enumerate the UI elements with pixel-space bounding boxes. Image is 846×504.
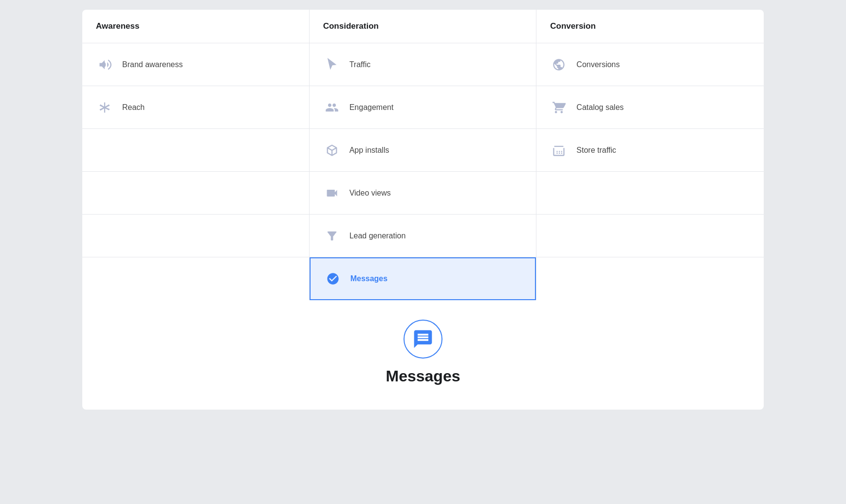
awareness-header: Awareness: [82, 10, 310, 43]
awareness-empty-4: [82, 257, 309, 300]
conversion-empty-2: [536, 215, 764, 257]
traffic-item[interactable]: Traffic: [310, 43, 536, 86]
selected-objective-title: Messages: [386, 367, 460, 385]
cursor-icon: [323, 56, 341, 73]
awareness-column: Brand awareness Reach: [82, 43, 310, 300]
brand-awareness-label: Brand awareness: [122, 60, 183, 69]
check-circle-icon: [324, 270, 342, 288]
lead-generation-item[interactable]: Lead generation: [310, 215, 536, 257]
awareness-empty-3: [82, 215, 309, 257]
catalog-sales-label: Catalog sales: [576, 103, 624, 112]
video-views-label: Video views: [349, 189, 391, 198]
people-icon: [323, 99, 341, 116]
engagement-label: Engagement: [349, 103, 394, 112]
asterisk-icon: [96, 99, 113, 116]
reach-label: Reach: [122, 103, 145, 112]
conversion-empty-3: [536, 257, 764, 300]
store-icon: [550, 142, 568, 159]
awareness-empty-1: [82, 129, 309, 172]
conversions-label: Conversions: [576, 60, 620, 69]
awareness-empty-2: [82, 172, 309, 215]
messages-label: Messages: [350, 274, 388, 283]
cube-icon: [323, 142, 341, 159]
messages-item[interactable]: Messages: [310, 257, 536, 300]
store-traffic-label: Store traffic: [576, 146, 616, 155]
video-icon: [323, 184, 341, 202]
column-headers: Awareness Consideration Conversion: [82, 10, 764, 43]
engagement-item[interactable]: Engagement: [310, 86, 536, 129]
lead-generation-label: Lead generation: [349, 232, 406, 240]
conversion-empty-1: [536, 172, 764, 215]
cart-icon: [550, 99, 568, 116]
store-traffic-item[interactable]: Store traffic: [536, 129, 764, 172]
reach-item[interactable]: Reach: [82, 86, 309, 129]
app-installs-label: App installs: [349, 146, 389, 155]
video-views-item[interactable]: Video views: [310, 172, 536, 215]
megaphone-icon: [96, 56, 113, 73]
conversion-column: Conversions Catalog sales Store tr: [536, 43, 764, 300]
traffic-label: Traffic: [349, 60, 371, 69]
catalog-sales-item[interactable]: Catalog sales: [536, 86, 764, 129]
selected-objective-display: Messages: [82, 300, 764, 410]
conversions-item[interactable]: Conversions: [536, 43, 764, 86]
filter-icon: [323, 227, 341, 245]
selected-icon-circle: [404, 320, 442, 359]
app-installs-item[interactable]: App installs: [310, 129, 536, 172]
consideration-header: Consideration: [310, 10, 537, 43]
messages-big-icon: [412, 328, 434, 350]
objective-grid: Brand awareness Reach: [82, 43, 764, 300]
globe-icon: [550, 56, 568, 73]
brand-awareness-item[interactable]: Brand awareness: [82, 43, 309, 86]
campaign-objective-panel: Awareness Consideration Conversion Brand…: [82, 10, 764, 410]
consideration-column: Traffic Engagement App installs: [310, 43, 537, 300]
conversion-header: Conversion: [536, 10, 764, 43]
